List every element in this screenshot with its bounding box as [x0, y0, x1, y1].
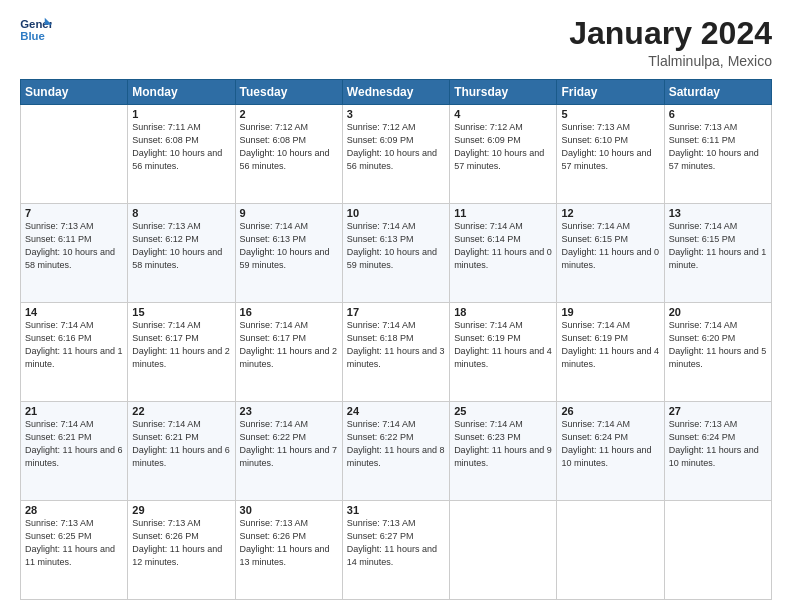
- header-day-wednesday: Wednesday: [342, 80, 449, 105]
- cell-info: Sunrise: 7:14 AMSunset: 6:17 PMDaylight:…: [240, 319, 338, 371]
- calendar-cell: 30Sunrise: 7:13 AMSunset: 6:26 PMDayligh…: [235, 501, 342, 600]
- calendar-cell: 5Sunrise: 7:13 AMSunset: 6:10 PMDaylight…: [557, 105, 664, 204]
- day-number: 21: [25, 405, 123, 417]
- day-number: 1: [132, 108, 230, 120]
- calendar-cell: 22Sunrise: 7:14 AMSunset: 6:21 PMDayligh…: [128, 402, 235, 501]
- day-number: 20: [669, 306, 767, 318]
- day-number: 14: [25, 306, 123, 318]
- cell-info: Sunrise: 7:14 AMSunset: 6:15 PMDaylight:…: [669, 220, 767, 272]
- cell-info: Sunrise: 7:14 AMSunset: 6:17 PMDaylight:…: [132, 319, 230, 371]
- cell-info: Sunrise: 7:13 AMSunset: 6:11 PMDaylight:…: [25, 220, 123, 272]
- calendar-page: General Blue January 2024 Tlalminulpa, M…: [0, 0, 792, 612]
- cell-info: Sunrise: 7:14 AMSunset: 6:24 PMDaylight:…: [561, 418, 659, 470]
- week-row-3: 14Sunrise: 7:14 AMSunset: 6:16 PMDayligh…: [21, 303, 772, 402]
- calendar-cell: 11Sunrise: 7:14 AMSunset: 6:14 PMDayligh…: [450, 204, 557, 303]
- calendar-cell: 27Sunrise: 7:13 AMSunset: 6:24 PMDayligh…: [664, 402, 771, 501]
- calendar-cell: 25Sunrise: 7:14 AMSunset: 6:23 PMDayligh…: [450, 402, 557, 501]
- cell-info: Sunrise: 7:12 AMSunset: 6:08 PMDaylight:…: [240, 121, 338, 173]
- day-number: 9: [240, 207, 338, 219]
- cell-info: Sunrise: 7:14 AMSunset: 6:13 PMDaylight:…: [347, 220, 445, 272]
- calendar-cell: 26Sunrise: 7:14 AMSunset: 6:24 PMDayligh…: [557, 402, 664, 501]
- cell-info: Sunrise: 7:14 AMSunset: 6:21 PMDaylight:…: [132, 418, 230, 470]
- day-number: 26: [561, 405, 659, 417]
- week-row-2: 7Sunrise: 7:13 AMSunset: 6:11 PMDaylight…: [21, 204, 772, 303]
- title-block: January 2024 Tlalminulpa, Mexico: [569, 16, 772, 69]
- day-number: 19: [561, 306, 659, 318]
- calendar-cell: 6Sunrise: 7:13 AMSunset: 6:11 PMDaylight…: [664, 105, 771, 204]
- day-number: 10: [347, 207, 445, 219]
- calendar-cell: 23Sunrise: 7:14 AMSunset: 6:22 PMDayligh…: [235, 402, 342, 501]
- cell-info: Sunrise: 7:12 AMSunset: 6:09 PMDaylight:…: [347, 121, 445, 173]
- day-number: 31: [347, 504, 445, 516]
- cell-info: Sunrise: 7:14 AMSunset: 6:16 PMDaylight:…: [25, 319, 123, 371]
- day-number: 18: [454, 306, 552, 318]
- calendar-cell: 21Sunrise: 7:14 AMSunset: 6:21 PMDayligh…: [21, 402, 128, 501]
- day-number: 8: [132, 207, 230, 219]
- header: General Blue January 2024 Tlalminulpa, M…: [20, 16, 772, 69]
- day-number: 5: [561, 108, 659, 120]
- week-row-4: 21Sunrise: 7:14 AMSunset: 6:21 PMDayligh…: [21, 402, 772, 501]
- svg-text:Blue: Blue: [20, 30, 45, 42]
- cell-info: Sunrise: 7:14 AMSunset: 6:21 PMDaylight:…: [25, 418, 123, 470]
- cell-info: Sunrise: 7:14 AMSunset: 6:22 PMDaylight:…: [347, 418, 445, 470]
- day-number: 13: [669, 207, 767, 219]
- cell-info: Sunrise: 7:14 AMSunset: 6:14 PMDaylight:…: [454, 220, 552, 272]
- calendar-cell: [664, 501, 771, 600]
- calendar-cell: 12Sunrise: 7:14 AMSunset: 6:15 PMDayligh…: [557, 204, 664, 303]
- day-number: 25: [454, 405, 552, 417]
- calendar-cell: 19Sunrise: 7:14 AMSunset: 6:19 PMDayligh…: [557, 303, 664, 402]
- header-day-friday: Friday: [557, 80, 664, 105]
- location: Tlalminulpa, Mexico: [569, 53, 772, 69]
- header-day-saturday: Saturday: [664, 80, 771, 105]
- cell-info: Sunrise: 7:13 AMSunset: 6:24 PMDaylight:…: [669, 418, 767, 470]
- cell-info: Sunrise: 7:13 AMSunset: 6:26 PMDaylight:…: [132, 517, 230, 569]
- header-day-thursday: Thursday: [450, 80, 557, 105]
- cell-info: Sunrise: 7:14 AMSunset: 6:15 PMDaylight:…: [561, 220, 659, 272]
- calendar-cell: 29Sunrise: 7:13 AMSunset: 6:26 PMDayligh…: [128, 501, 235, 600]
- calendar-cell: 15Sunrise: 7:14 AMSunset: 6:17 PMDayligh…: [128, 303, 235, 402]
- cell-info: Sunrise: 7:14 AMSunset: 6:13 PMDaylight:…: [240, 220, 338, 272]
- day-number: 11: [454, 207, 552, 219]
- calendar-cell: [557, 501, 664, 600]
- header-day-tuesday: Tuesday: [235, 80, 342, 105]
- cell-info: Sunrise: 7:12 AMSunset: 6:09 PMDaylight:…: [454, 121, 552, 173]
- calendar-cell: [450, 501, 557, 600]
- day-number: 17: [347, 306, 445, 318]
- day-number: 29: [132, 504, 230, 516]
- cell-info: Sunrise: 7:11 AMSunset: 6:08 PMDaylight:…: [132, 121, 230, 173]
- day-number: 12: [561, 207, 659, 219]
- cell-info: Sunrise: 7:14 AMSunset: 6:20 PMDaylight:…: [669, 319, 767, 371]
- day-number: 3: [347, 108, 445, 120]
- cell-info: Sunrise: 7:14 AMSunset: 6:19 PMDaylight:…: [561, 319, 659, 371]
- calendar-cell: 9Sunrise: 7:14 AMSunset: 6:13 PMDaylight…: [235, 204, 342, 303]
- day-number: 16: [240, 306, 338, 318]
- calendar-cell: 3Sunrise: 7:12 AMSunset: 6:09 PMDaylight…: [342, 105, 449, 204]
- cell-info: Sunrise: 7:13 AMSunset: 6:25 PMDaylight:…: [25, 517, 123, 569]
- calendar-table: SundayMondayTuesdayWednesdayThursdayFrid…: [20, 79, 772, 600]
- day-number: 4: [454, 108, 552, 120]
- cell-info: Sunrise: 7:13 AMSunset: 6:26 PMDaylight:…: [240, 517, 338, 569]
- cell-info: Sunrise: 7:14 AMSunset: 6:22 PMDaylight:…: [240, 418, 338, 470]
- calendar-cell: [21, 105, 128, 204]
- calendar-cell: 24Sunrise: 7:14 AMSunset: 6:22 PMDayligh…: [342, 402, 449, 501]
- calendar-cell: 13Sunrise: 7:14 AMSunset: 6:15 PMDayligh…: [664, 204, 771, 303]
- day-number: 27: [669, 405, 767, 417]
- calendar-cell: 20Sunrise: 7:14 AMSunset: 6:20 PMDayligh…: [664, 303, 771, 402]
- calendar-cell: 14Sunrise: 7:14 AMSunset: 6:16 PMDayligh…: [21, 303, 128, 402]
- month-title: January 2024: [569, 16, 772, 51]
- header-row: SundayMondayTuesdayWednesdayThursdayFrid…: [21, 80, 772, 105]
- day-number: 6: [669, 108, 767, 120]
- week-row-1: 1Sunrise: 7:11 AMSunset: 6:08 PMDaylight…: [21, 105, 772, 204]
- day-number: 28: [25, 504, 123, 516]
- cell-info: Sunrise: 7:13 AMSunset: 6:11 PMDaylight:…: [669, 121, 767, 173]
- calendar-cell: 2Sunrise: 7:12 AMSunset: 6:08 PMDaylight…: [235, 105, 342, 204]
- cell-info: Sunrise: 7:14 AMSunset: 6:23 PMDaylight:…: [454, 418, 552, 470]
- day-number: 23: [240, 405, 338, 417]
- calendar-cell: 8Sunrise: 7:13 AMSunset: 6:12 PMDaylight…: [128, 204, 235, 303]
- calendar-cell: 31Sunrise: 7:13 AMSunset: 6:27 PMDayligh…: [342, 501, 449, 600]
- logo: General Blue: [20, 16, 52, 44]
- cell-info: Sunrise: 7:13 AMSunset: 6:27 PMDaylight:…: [347, 517, 445, 569]
- day-number: 30: [240, 504, 338, 516]
- header-day-monday: Monday: [128, 80, 235, 105]
- day-number: 22: [132, 405, 230, 417]
